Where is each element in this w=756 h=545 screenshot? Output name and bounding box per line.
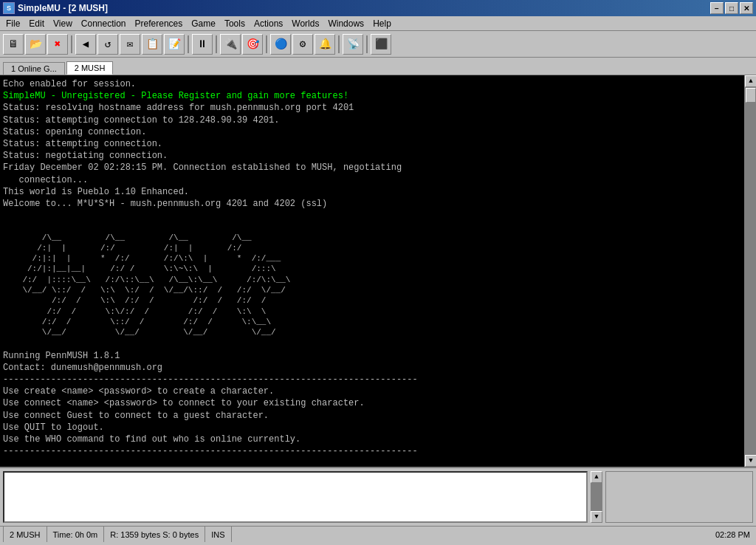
toolbar-btn-11[interactable]: 🎯: [242, 34, 263, 55]
toolbar-sep-6: [366, 35, 368, 53]
status-time: Time: 0h 0m: [47, 527, 105, 542]
tab-1-online[interactable]: 1 Online G...: [3, 62, 65, 75]
terminal-line: SimpleMU - Unregistered - Please Registe…: [3, 90, 741, 102]
toolbar-btn-13[interactable]: ⚙: [292, 34, 313, 55]
terminal-line: Contact: dunemush@pennmush.org: [3, 362, 741, 374]
title-text: SimpleMU - [2 MUSH]: [18, 3, 108, 13]
toolbar-btn-1[interactable]: 🖥: [3, 34, 24, 55]
terminal-art: /\__ /\__ /\__ /\__ /:| | /:/ /:| | /:/ …: [3, 222, 741, 337]
scroll-track: [745, 87, 756, 455]
vertical-scrollbar: ▲ ▼: [744, 75, 756, 467]
menu-game[interactable]: Game: [187, 17, 220, 30]
menu-actions[interactable]: Actions: [250, 17, 287, 30]
terminal-line: ----------------------------------------…: [3, 445, 741, 457]
right-panel: [605, 471, 753, 523]
terminal-line: connection...: [3, 174, 741, 186]
terminal-line: Status: negotiating connection.: [3, 150, 741, 162]
toolbar-btn-9[interactable]: ⏸: [192, 34, 213, 55]
scroll-thumb[interactable]: [746, 88, 756, 103]
toolbar-btn-10[interactable]: 🔌: [220, 34, 241, 55]
terminal-line: Echo enabled for session.: [3, 78, 741, 90]
input-scrollbar: ▲ ▼: [591, 471, 602, 523]
terminal-line: Use QUIT to logout.: [3, 422, 741, 433]
status-world: 2 MUSH: [3, 527, 47, 542]
close-button[interactable]: ✕: [740, 2, 753, 14]
menu-help[interactable]: Help: [368, 17, 396, 30]
terminal-line: Welcome to... M*U*S*H - mush.pennmush.or…: [3, 198, 741, 210]
terminal-line: Status: attempting connection.: [3, 138, 741, 150]
toolbar-btn-14[interactable]: 🔔: [315, 34, 335, 55]
terminal-line: [3, 210, 741, 222]
toolbar-btn-4[interactable]: ◀: [75, 34, 96, 55]
menu-edit[interactable]: Edit: [24, 17, 49, 30]
terminal-line: Running PennMUSH 1.8.1: [3, 350, 741, 362]
menu-worlds[interactable]: Worlds: [287, 17, 323, 30]
main-content: Echo enabled for session. SimpleMU - Unr…: [0, 75, 756, 467]
menu-view[interactable]: View: [49, 17, 77, 30]
app-icon: S: [3, 2, 15, 14]
input-scroll-up[interactable]: ▲: [591, 471, 602, 483]
terminal-line: Status: opening connection.: [3, 126, 741, 138]
toolbar-sep-3: [216, 35, 217, 53]
menu-preferences[interactable]: Preferences: [131, 17, 188, 30]
toolbar-btn-7[interactable]: 📋: [142, 34, 162, 55]
input-area: ▲ ▼: [0, 467, 756, 526]
terminal-line: Status: resolving hostname address for m…: [3, 102, 741, 114]
toolbar-btn-6[interactable]: ✉: [120, 34, 140, 55]
toolbar-btn-2[interactable]: 📂: [25, 34, 46, 55]
tab-2-mush[interactable]: 2 MUSH: [66, 61, 114, 75]
input-scroll-down[interactable]: ▼: [591, 511, 602, 523]
terminal-line: ----------------------------------------…: [3, 374, 741, 385]
terminal-line: Use the WHO command to find out who is o…: [3, 433, 741, 445]
terminal-line: Use connect <name> <password> to connect…: [3, 397, 741, 409]
toolbar-btn-8[interactable]: 📝: [164, 34, 185, 55]
scroll-down-button[interactable]: ▼: [745, 455, 756, 467]
scroll-up-button[interactable]: ▲: [745, 75, 756, 87]
toolbar-sep-5: [338, 35, 340, 53]
toolbar-btn-15[interactable]: 📡: [343, 34, 363, 55]
menu-bar: File Edit View Connection Preferences Ga…: [0, 16, 756, 31]
command-input[interactable]: [3, 471, 588, 523]
status-mode: INS: [205, 527, 231, 542]
menu-file[interactable]: File: [1, 17, 24, 30]
terminal-line: This world is Pueblo 1.10 Enhanced.: [3, 186, 741, 198]
maximize-button[interactable]: □: [725, 2, 738, 14]
terminal-line: [3, 338, 741, 350]
toolbar-sep-1: [71, 35, 72, 53]
terminal-output: Echo enabled for session. SimpleMU - Unr…: [0, 75, 744, 467]
terminal-line: Status: attempting connection to 128.248…: [3, 114, 741, 126]
toolbar-btn-3[interactable]: ✖: [47, 34, 68, 55]
input-scroll-track: [591, 483, 602, 511]
menu-windows[interactable]: Windows: [323, 17, 368, 30]
menu-connection[interactable]: Connection: [77, 17, 131, 30]
status-bar: 2 MUSH Time: 0h 0m R: 1359 bytes S: 0 by…: [0, 526, 756, 542]
toolbar-btn-16[interactable]: ⬛: [371, 34, 391, 55]
tab-bar: 1 Online G... 2 MUSH: [0, 58, 756, 75]
toolbar: 🖥 📂 ✖ ◀ ↺ ✉ 📋 📝 ⏸ 🔌 🎯 🔵 ⚙ 🔔 📡 ⬛: [0, 31, 756, 58]
terminal-line: Use create <name> <password> to create a…: [3, 385, 741, 397]
status-data: R: 1359 bytes S: 0 bytes: [104, 527, 205, 542]
terminal-line: Friday December 02 02:28:15 PM. Connecti…: [3, 162, 741, 174]
toolbar-btn-5[interactable]: ↺: [97, 34, 118, 55]
menu-tools[interactable]: Tools: [220, 17, 250, 30]
title-bar: S SimpleMU - [2 MUSH] − □ ✕: [0, 0, 756, 16]
window-controls: − □ ✕: [710, 2, 753, 14]
terminal-line: Use connect Guest to connect to a guest …: [3, 410, 741, 422]
minimize-button[interactable]: −: [710, 2, 724, 14]
status-clock: 02:28 PM: [715, 530, 753, 539]
toolbar-sep-4: [266, 35, 267, 53]
toolbar-sep-2: [188, 35, 189, 53]
toolbar-btn-12[interactable]: 🔵: [270, 34, 291, 55]
